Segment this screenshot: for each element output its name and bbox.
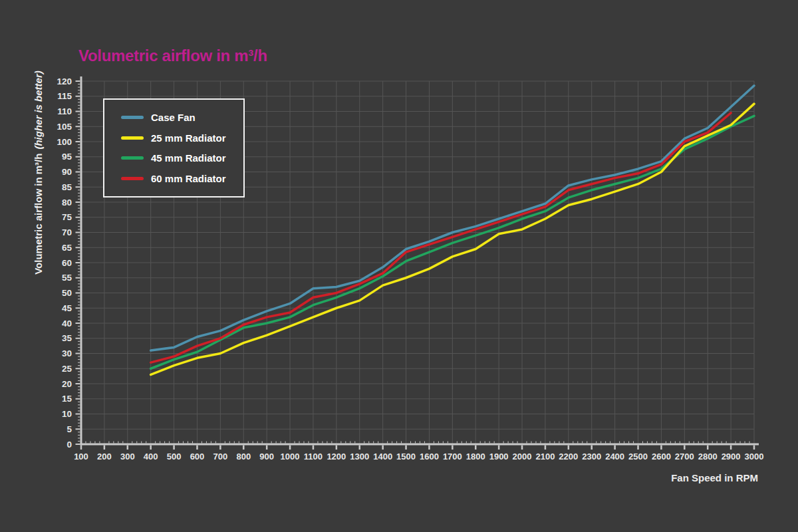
y-tick-label: 55 bbox=[62, 273, 72, 283]
x-tick-label: 400 bbox=[144, 452, 158, 462]
y-tick-label: 20 bbox=[62, 379, 72, 389]
x-tick-label: 800 bbox=[236, 452, 251, 462]
legend-swatch bbox=[121, 116, 144, 119]
y-tick-label: 30 bbox=[62, 348, 72, 358]
x-tick-label: 2300 bbox=[582, 452, 601, 462]
y-tick-label: 110 bbox=[57, 106, 72, 116]
x-tick-label: 2600 bbox=[652, 452, 671, 462]
y-tick-label: 105 bbox=[57, 122, 72, 132]
x-tick-label: 1000 bbox=[281, 452, 300, 462]
legend-label: Case Fan bbox=[151, 112, 196, 123]
x-tick-label: 2500 bbox=[628, 452, 648, 462]
chart-title: Volumetric airflow in m³/h bbox=[78, 47, 267, 65]
x-tick-label: 1100 bbox=[304, 452, 323, 462]
y-tick-label: 60 bbox=[62, 258, 72, 268]
x-tick-label: 1500 bbox=[396, 452, 416, 462]
legend-box: Case Fan25 mm Radiator45 mm Radiator60 m… bbox=[103, 98, 245, 198]
airflow-chart: 0510152025303540455055606570758085909510… bbox=[0, 0, 798, 532]
legend-item: 60 mm Radiator bbox=[121, 173, 238, 184]
x-tick-label: 1700 bbox=[443, 452, 462, 462]
legend-label: 45 mm Radiator bbox=[151, 152, 226, 164]
y-tick-label: 50 bbox=[62, 288, 72, 298]
x-tick-label: 200 bbox=[97, 452, 112, 462]
legend-label: 60 mm Radiator bbox=[151, 173, 226, 184]
legend-swatch bbox=[121, 156, 144, 160]
x-tick-label: 1800 bbox=[466, 452, 485, 462]
y-tick-label: 45 bbox=[62, 303, 72, 313]
y-axis-title-note: (higher is better) bbox=[33, 70, 44, 149]
y-tick-label: 65 bbox=[62, 243, 72, 253]
x-tick-label: 2200 bbox=[559, 452, 578, 462]
x-tick-label: 700 bbox=[213, 452, 228, 462]
y-tick-label: 5 bbox=[66, 424, 72, 434]
x-tick-label: 2100 bbox=[535, 452, 555, 462]
x-tick-label: 1400 bbox=[373, 452, 392, 462]
legend-swatch bbox=[121, 136, 144, 140]
x-tick-label: 2400 bbox=[605, 452, 624, 462]
legend-item: 45 mm Radiator bbox=[121, 152, 238, 164]
x-tick-label: 600 bbox=[190, 452, 205, 462]
y-tick-label: 80 bbox=[62, 198, 72, 207]
y-tick-label: 10 bbox=[62, 409, 72, 419]
y-tick-label: 120 bbox=[57, 76, 72, 86]
x-tick-label: 1300 bbox=[350, 452, 369, 462]
x-tick-label: 1200 bbox=[327, 452, 346, 462]
legend-label: 25 mm Radiator bbox=[151, 132, 226, 144]
legend-item: Case Fan bbox=[121, 112, 238, 123]
y-tick-label: 100 bbox=[57, 137, 72, 147]
y-tick-label: 70 bbox=[62, 227, 72, 237]
x-tick-label: 3000 bbox=[745, 452, 764, 462]
y-tick-label: 85 bbox=[62, 182, 72, 192]
x-tick-label: 900 bbox=[259, 452, 274, 462]
x-tick-label: 2000 bbox=[513, 452, 532, 462]
x-tick-label: 100 bbox=[74, 452, 88, 462]
y-tick-label: 35 bbox=[62, 333, 72, 343]
y-tick-label: 115 bbox=[57, 91, 72, 101]
x-tick-label: 2900 bbox=[722, 452, 741, 462]
y-tick-label: 90 bbox=[62, 167, 72, 177]
legend-item: 25 mm Radiator bbox=[121, 132, 238, 144]
x-tick-label: 300 bbox=[120, 452, 135, 462]
x-tick-label: 1600 bbox=[420, 452, 439, 462]
legend-swatch bbox=[121, 177, 144, 180]
x-axis-title: Fan Speed in RPM bbox=[671, 472, 758, 483]
y-tick-label: 40 bbox=[62, 319, 72, 329]
y-tick-label: 15 bbox=[62, 394, 72, 404]
y-tick-label: 0 bbox=[66, 440, 72, 450]
x-tick-label: 2700 bbox=[675, 452, 694, 462]
y-tick-label: 95 bbox=[62, 152, 72, 162]
y-tick-label: 75 bbox=[62, 212, 72, 222]
y-axis-title: Volumetric airflow in m³/h(higher is bet… bbox=[33, 66, 44, 279]
y-axis-title-text: Volumetric airflow in m³/h bbox=[33, 154, 44, 275]
x-tick-label: 2800 bbox=[698, 452, 718, 462]
y-tick-label: 25 bbox=[62, 364, 72, 374]
x-tick-label: 1900 bbox=[489, 452, 509, 462]
x-tick-label: 500 bbox=[167, 452, 182, 462]
